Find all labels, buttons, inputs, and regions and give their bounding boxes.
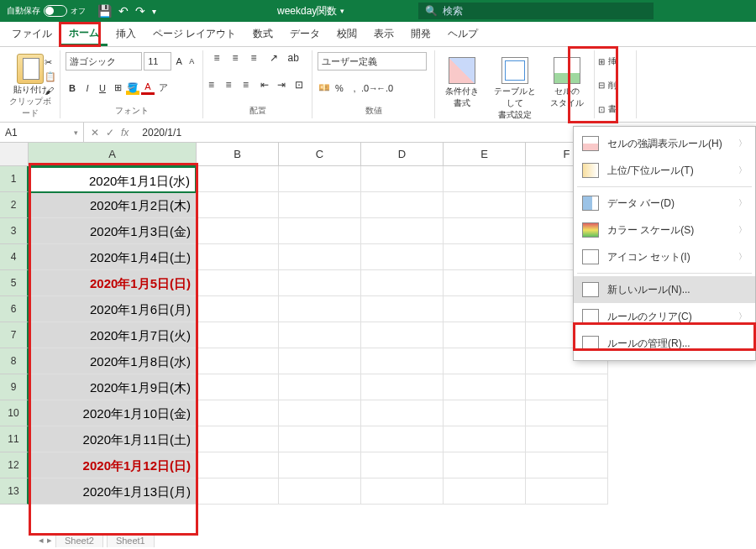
cell[interactable] [197, 244, 279, 270]
cell[interactable] [279, 166, 361, 192]
font-color-icon[interactable]: A [141, 81, 155, 95]
row-header[interactable]: 10 [0, 400, 29, 426]
cell-A13[interactable]: 2020年1月13日(月) [29, 478, 197, 505]
row-header[interactable]: 2 [0, 192, 29, 218]
cell-A4[interactable]: 2020年1月4日(土) [29, 244, 197, 270]
cell[interactable] [526, 426, 608, 452]
cell-A2[interactable]: 2020年1月2日(木) [29, 192, 197, 218]
align-right-icon[interactable]: ≡ [243, 79, 255, 91]
cell[interactable] [279, 192, 361, 218]
row-header[interactable]: 13 [0, 478, 29, 505]
row-header[interactable]: 4 [0, 244, 29, 270]
row-header[interactable]: 5 [0, 270, 29, 296]
menu-data-bars[interactable]: データ バー(D)〉 [574, 190, 755, 217]
number-format-select[interactable]: ユーザー定義 [318, 52, 427, 71]
menu-color-scales[interactable]: カラー スケール(S)〉 [574, 217, 755, 243]
cell[interactable] [361, 374, 444, 400]
bold-button[interactable]: B [66, 81, 79, 95]
tab-review[interactable]: 校閲 [328, 24, 365, 44]
border-icon[interactable]: ⊞ [111, 81, 124, 95]
cell[interactable] [279, 478, 361, 505]
cell-A11[interactable]: 2020年1月11日(土) [29, 426, 197, 452]
cell[interactable] [279, 296, 361, 322]
col-header-C[interactable]: C [279, 143, 361, 166]
cell-A7[interactable]: 2020年1月7日(火) [29, 322, 197, 348]
row-header[interactable]: 7 [0, 322, 29, 348]
cell[interactable] [444, 296, 526, 322]
cell[interactable] [444, 192, 526, 218]
cell[interactable] [197, 192, 279, 218]
col-header-D[interactable]: D [361, 143, 444, 166]
cell-A1[interactable]: 2020年1月1日(水) [29, 166, 197, 193]
cancel-icon[interactable]: ✕ [91, 127, 99, 139]
format-painter-icon[interactable]: 🖌 [45, 86, 56, 96]
row-header[interactable]: 1 [0, 166, 29, 192]
align-left-icon[interactable]: ≡ [208, 79, 221, 91]
cell[interactable] [197, 478, 279, 505]
cell[interactable] [279, 218, 361, 244]
tab-data[interactable]: データ [281, 24, 328, 44]
fx-icon[interactable]: fx [121, 127, 129, 139]
font-size-select[interactable]: 11 [144, 52, 171, 71]
col-header-B[interactable]: B [197, 143, 279, 166]
format-cells-button[interactable]: ⊡ 書 [598, 103, 633, 115]
redo-icon[interactable]: ↷ [135, 4, 145, 18]
undo-icon[interactable]: ↶ [118, 4, 129, 18]
cell[interactable] [444, 400, 526, 426]
tab-insert[interactable]: 挿入 [108, 24, 144, 44]
font-name-select[interactable]: 游ゴシック [66, 52, 142, 71]
tab-formulas[interactable]: 数式 [244, 24, 281, 44]
enter-icon[interactable]: ✓ [106, 127, 114, 139]
name-box[interactable]: A1 ▾ [0, 123, 84, 142]
cell[interactable] [197, 322, 279, 348]
cell-styles-button[interactable]: セルの スタイル [543, 55, 591, 111]
cell[interactable] [361, 400, 444, 426]
inc-decimal-icon[interactable]: .0→ [363, 81, 376, 95]
cell[interactable] [526, 374, 608, 400]
cell-A9[interactable]: 2020年1月9日(木) [29, 374, 197, 400]
indent-inc-icon[interactable]: ⇥ [277, 79, 290, 91]
col-header-E[interactable]: E [444, 143, 526, 166]
format-as-table-button[interactable]: テーブルとして 書式設定 [491, 55, 538, 123]
cell[interactable] [279, 322, 361, 348]
cell[interactable] [197, 452, 279, 478]
insert-cells-button[interactable]: ⊞ 挿 [598, 55, 633, 67]
align-middle-icon[interactable]: ≡ [233, 52, 246, 64]
wrap-text-icon[interactable]: ab [288, 52, 302, 64]
copy-icon[interactable]: 📋 [45, 71, 56, 82]
comma-icon[interactable]: , [348, 81, 361, 95]
tab-home[interactable]: ホーム [60, 23, 108, 46]
cell[interactable] [526, 478, 608, 505]
cell[interactable] [279, 374, 361, 400]
cell[interactable] [197, 270, 279, 296]
cell[interactable] [279, 452, 361, 478]
cell[interactable] [361, 218, 444, 244]
align-bottom-icon[interactable]: ≡ [251, 52, 265, 64]
cell[interactable] [197, 374, 279, 400]
cell[interactable] [444, 426, 526, 452]
cell[interactable] [526, 400, 608, 426]
cell[interactable] [361, 478, 444, 505]
tab-file[interactable]: ファイル [3, 24, 60, 44]
currency-icon[interactable]: 💴 [318, 81, 331, 95]
autosave-toggle[interactable]: 自動保存 オフ [7, 5, 86, 17]
row-header[interactable]: 12 [0, 452, 29, 478]
cell[interactable] [444, 244, 526, 270]
row-header[interactable]: 9 [0, 374, 29, 400]
align-center-icon[interactable]: ≡ [226, 79, 239, 91]
cell[interactable] [361, 166, 444, 192]
menu-clear-rules[interactable]: ルールのクリア(C)〉 [574, 303, 755, 330]
italic-button[interactable]: I [81, 81, 94, 95]
select-all-corner[interactable] [0, 143, 29, 166]
sheet-nav-icon[interactable]: ▸ [47, 535, 52, 546]
tab-help[interactable]: ヘルプ [439, 24, 486, 44]
row-header[interactable]: 8 [0, 348, 29, 374]
qat-more-icon[interactable]: ▾ [152, 7, 156, 16]
menu-manage-rules[interactable]: ルールの管理(R)... [574, 330, 755, 357]
cell[interactable] [197, 296, 279, 322]
cell-A3[interactable]: 2020年1月3日(金) [29, 218, 197, 244]
menu-icon-sets[interactable]: アイコン セット(I)〉 [574, 243, 755, 270]
col-header-A[interactable]: A [29, 143, 197, 166]
align-top-icon[interactable]: ≡ [214, 52, 228, 64]
percent-icon[interactable]: % [333, 81, 346, 95]
